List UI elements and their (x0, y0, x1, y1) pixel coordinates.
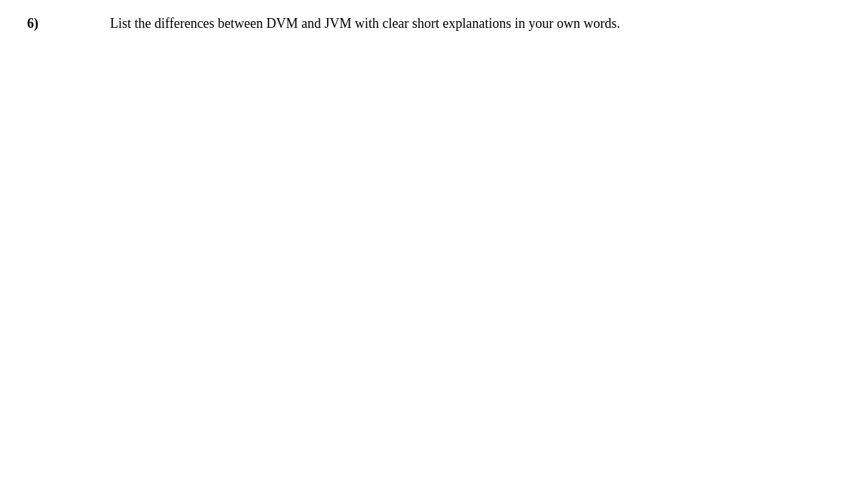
question-number: 6) (27, 14, 110, 34)
question-block: 6) List the differences between DVM and … (27, 14, 841, 34)
page-content: 6) List the differences between DVM and … (0, 0, 868, 488)
question-text: List the differences between DVM and JVM… (110, 14, 841, 34)
